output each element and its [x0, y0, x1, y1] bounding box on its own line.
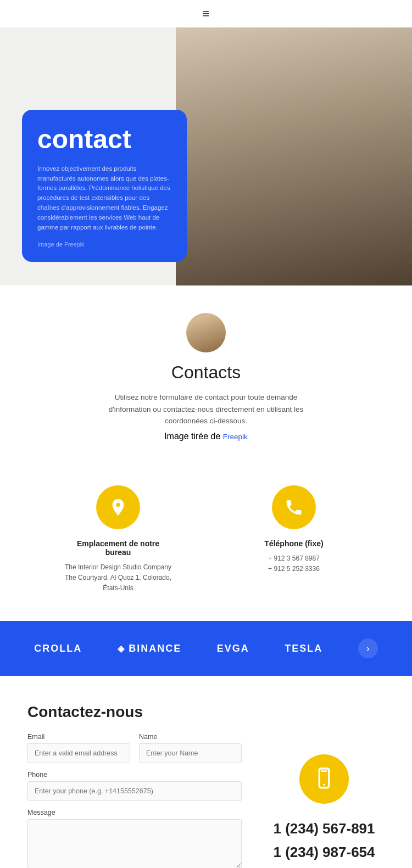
phone-side-icon-circle [299, 754, 349, 804]
location-icon [108, 497, 128, 517]
hero-photo-bg [176, 27, 412, 285]
message-group: Message [27, 809, 242, 868]
phone-icon [284, 497, 304, 517]
hero-title: contact [37, 125, 171, 154]
brands-banner: CROLLA BINANCE EVGA TESLA › [0, 621, 412, 676]
phone-side-icon [313, 768, 336, 791]
message-textarea[interactable] [27, 819, 242, 868]
phone-line1: + 912 3 567 8987 [239, 553, 349, 564]
email-label: Email [27, 733, 130, 741]
phone-side: 1 (234) 567-891 1 (234) 987-654 [264, 703, 385, 868]
email-group: Email [27, 733, 130, 763]
brands-next-button[interactable]: › [358, 639, 378, 658]
name-input[interactable] [139, 743, 242, 763]
icon-cards: Emplacement de notre bureau The Interior… [0, 463, 412, 621]
location-line1: The Interior Design Studio Company [63, 562, 173, 573]
avatar [186, 313, 226, 352]
hero-section: contact Innovez objectivement des produi… [0, 27, 412, 285]
hero-description: Innovez objectivement des produits manuf… [37, 164, 171, 233]
avatar-image [186, 313, 226, 352]
email-input[interactable] [27, 743, 130, 763]
navigation: ≡ [0, 0, 412, 27]
hero-photo [176, 27, 412, 285]
phone-input[interactable] [27, 781, 242, 801]
phone-title: Téléphone (fixe) [239, 539, 349, 548]
message-label: Message [27, 809, 242, 816]
name-label: Name [139, 733, 242, 741]
freepik-link[interactable]: Freepik [223, 433, 248, 441]
hero-image-credit: Image de Freepik [37, 241, 85, 248]
contact-form-section: Contactez-nous Email Name Phone Message … [0, 676, 412, 868]
phone-line2: + 912 5 252 3336 [239, 564, 349, 574]
name-group: Name [139, 733, 242, 763]
location-title: Emplacement de notre bureau [63, 539, 173, 557]
form-row-email-name: Email Name [27, 733, 242, 763]
contacts-title: Contacts [11, 362, 401, 383]
contacts-image-credit: Image tirée de Freepik [11, 432, 401, 441]
hamburger-icon[interactable]: ≡ [203, 7, 210, 21]
contacts-description: Utilisez notre formulaire de contact pou… [96, 391, 316, 427]
form-side: Contactez-nous Email Name Phone Message … [27, 703, 242, 868]
form-title: Contactez-nous [27, 703, 242, 721]
phone-group: Phone [27, 771, 242, 801]
phone-card: Téléphone (fixe) + 912 3 567 8987 + 912 … [239, 485, 349, 594]
location-icon-circle [96, 485, 140, 529]
brand-evga: EVGA [217, 643, 249, 654]
location-card: Emplacement de notre bureau The Interior… [63, 485, 173, 594]
svg-rect-2 [321, 771, 327, 772]
phone-label: Phone [27, 771, 242, 779]
svg-point-1 [323, 784, 325, 786]
brand-binance: BINANCE [118, 643, 181, 654]
brand-tesla: TESLA [285, 643, 322, 654]
location-line2: The Courtyard, Al Quoz 1, Colorado, État… [63, 573, 173, 593]
phone-number-2: 1 (234) 987-654 [273, 843, 375, 862]
hero-card: contact Innovez objectivement des produi… [22, 110, 187, 262]
brand-crolla: CROLLA [34, 643, 82, 654]
contacts-section: Contacts Utilisez notre formulaire de co… [0, 285, 412, 463]
phone-number-1: 1 (234) 567-891 [273, 819, 375, 838]
phone-icon-circle [272, 485, 316, 529]
